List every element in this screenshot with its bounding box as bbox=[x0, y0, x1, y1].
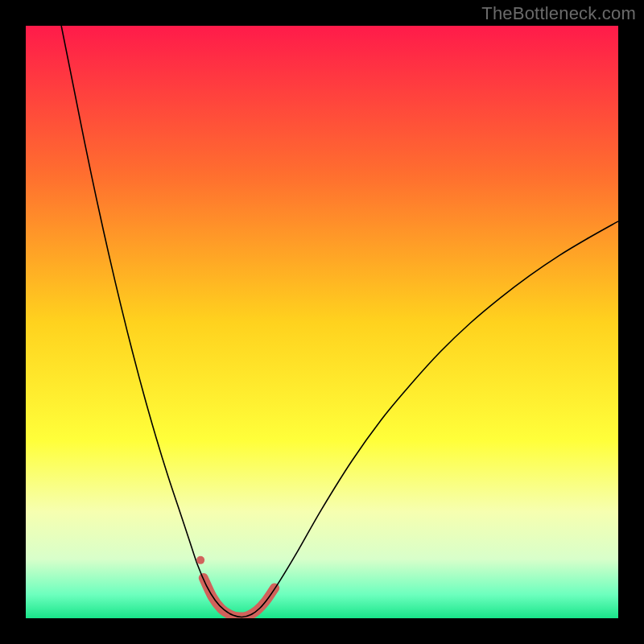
background-gradient bbox=[26, 26, 618, 618]
chart-frame: TheBottleneck.com bbox=[0, 0, 644, 644]
marker-layer bbox=[196, 556, 204, 564]
highlight-dot bbox=[196, 556, 204, 564]
plot-area bbox=[26, 26, 618, 618]
watermark-text: TheBottleneck.com bbox=[481, 3, 636, 24]
chart-svg bbox=[26, 26, 618, 618]
